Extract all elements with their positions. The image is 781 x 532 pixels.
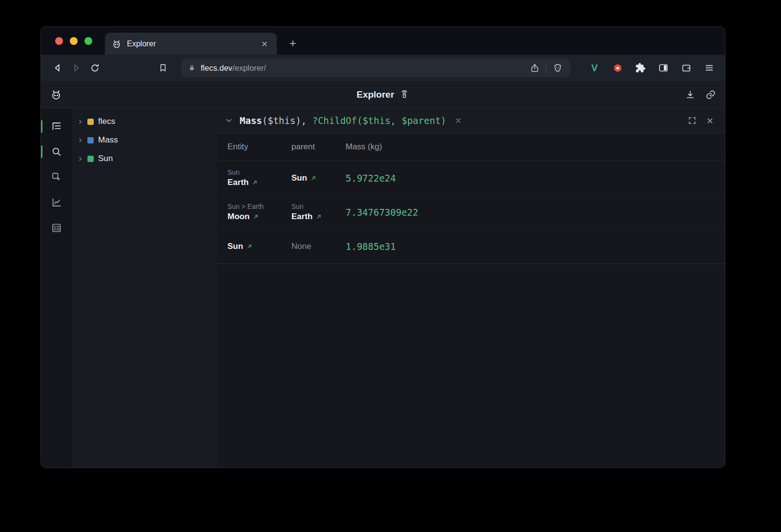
hexagon-extension-icon[interactable] (611, 61, 624, 74)
zoom-window-button[interactable] (84, 37, 92, 45)
parent-link[interactable]: Earth (291, 212, 312, 222)
query-component: Mass (240, 115, 262, 126)
entity-color-swatch (87, 156, 94, 162)
entity-path: Sun > Earth (227, 203, 291, 210)
tree-item-flecs[interactable]: flecs (72, 112, 217, 131)
lock-icon (188, 64, 196, 72)
app-header: Explorer (41, 81, 725, 108)
stats-icon[interactable] (48, 219, 65, 237)
close-panel-icon[interactable] (703, 114, 716, 127)
forward-button[interactable] (69, 61, 83, 75)
menu-icon[interactable] (703, 61, 716, 74)
parent-cell: None (291, 242, 346, 251)
page-title: Explorer (356, 89, 394, 100)
url-bar[interactable]: flecs.dev/explorer/ (181, 59, 571, 77)
table-row: Sun > Earth Moon Sun Earth 7.347673 (217, 195, 725, 229)
extensions-puzzle-icon[interactable] (634, 61, 647, 74)
entity-color-swatch (87, 137, 94, 143)
entity-link[interactable]: Sun (227, 242, 243, 251)
tab-strip: Explorer (41, 27, 725, 55)
parent-path: Sun (291, 203, 346, 210)
tree-item-sun[interactable]: Sun (72, 149, 217, 168)
flecs-logo-icon (50, 89, 62, 101)
chevron-right-icon[interactable] (78, 119, 83, 124)
query-panel: Mass($this), ?ChildOf($this, $parent) En… (217, 108, 725, 468)
tree-item-label: flecs (98, 117, 115, 126)
clear-query-icon[interactable] (453, 115, 464, 126)
entity-cell: Sun Earth (227, 168, 291, 187)
chevron-right-icon[interactable] (78, 156, 83, 162)
column-mass: Mass (kg) (346, 142, 725, 152)
search-icon[interactable] (48, 143, 65, 161)
query-header: Mass($this), ?ChildOf($this, $parent) (217, 108, 725, 133)
vue-devtools-extension-icon[interactable]: V (588, 61, 601, 74)
connection-status-icon[interactable] (399, 89, 410, 100)
external-link-icon[interactable] (253, 214, 259, 220)
entity-link[interactable]: Moon (227, 212, 249, 222)
entity-tree-panel: flecs Mass Sun (72, 108, 217, 468)
column-parent: parent (291, 142, 346, 152)
tree-icon[interactable] (48, 118, 65, 135)
entity-cell: Sun > Earth Moon (227, 203, 291, 222)
entity-color-swatch (87, 119, 94, 125)
refresh-button[interactable] (87, 61, 102, 75)
external-link-icon[interactable] (316, 214, 322, 220)
app-title-wrap: Explorer (356, 89, 409, 100)
download-icon[interactable] (683, 87, 698, 102)
external-link-icon[interactable] (252, 180, 258, 185)
sidebar-rail (41, 108, 72, 468)
minimize-window-button[interactable] (70, 37, 78, 45)
url-path: /explorer/ (232, 63, 266, 72)
link-icon[interactable] (703, 87, 718, 102)
sidebar-panel-icon[interactable] (657, 61, 670, 74)
chevron-right-icon[interactable] (78, 138, 83, 143)
table-header: Entity parent Mass (kg) (217, 133, 725, 161)
parent-cell: Sun (291, 173, 346, 183)
table-row: Sun None 1.9885e31 (217, 229, 725, 264)
query-args: ($this), (262, 115, 312, 126)
table-body: Sun Earth Sun 5.9722e24 (217, 161, 725, 264)
query-panel-empty-area (217, 264, 725, 468)
url-text: flecs.dev/explorer/ (201, 63, 266, 73)
entity-cell: Sun (227, 242, 291, 251)
mass-value: 7.34767309e22 (346, 207, 725, 218)
share-icon[interactable] (528, 61, 541, 74)
parent-link[interactable]: Sun (291, 173, 307, 183)
parent-cell: Sun Earth (291, 203, 346, 222)
parent-none-label: None (291, 242, 311, 251)
wallet-icon[interactable] (680, 61, 693, 74)
tree-item-label: Mass (98, 135, 118, 145)
brave-shield-icon[interactable] (551, 61, 564, 74)
close-tab-icon[interactable] (259, 39, 270, 49)
flecs-favicon-icon (112, 39, 122, 49)
app-header-actions (683, 87, 718, 102)
chevron-down-icon[interactable] (223, 115, 235, 126)
browser-tab[interactable]: Explorer (105, 33, 277, 55)
external-link-icon[interactable] (310, 175, 316, 181)
main-area: flecs Mass Sun Mass($this), ?ChildOf($th… (41, 108, 725, 468)
mass-value: 1.9885e31 (346, 241, 725, 252)
external-link-icon[interactable] (247, 244, 252, 249)
inspector-icon[interactable] (48, 168, 65, 186)
query-expression[interactable]: Mass($this), ?ChildOf($this, $parent) (240, 115, 446, 126)
bookmark-icon[interactable] (156, 61, 170, 75)
tree-item-label: Sun (98, 154, 113, 164)
browser-toolbar: flecs.dev/explorer/ V (41, 55, 725, 81)
entity-path: Sun (227, 168, 291, 176)
back-button[interactable] (50, 61, 65, 75)
traffic-lights (55, 37, 92, 45)
tree-item-mass[interactable]: Mass (72, 131, 217, 149)
mass-value: 5.9722e24 (346, 173, 725, 184)
column-entity: Entity (227, 142, 291, 152)
chart-icon[interactable] (48, 194, 65, 211)
tab-title: Explorer (127, 40, 254, 48)
fullscreen-icon[interactable] (686, 114, 699, 127)
urlbar-separator (546, 62, 546, 73)
browser-window: Explorer flecs.dev/explorer/ (41, 27, 725, 468)
url-domain: flecs.dev (201, 63, 232, 72)
table-row: Sun Earth Sun 5.9722e24 (217, 161, 725, 195)
entity-link[interactable]: Earth (227, 178, 248, 187)
close-window-button[interactable] (55, 37, 63, 45)
new-tab-button[interactable] (286, 37, 300, 50)
tree-panel-active-indicator (41, 120, 42, 133)
